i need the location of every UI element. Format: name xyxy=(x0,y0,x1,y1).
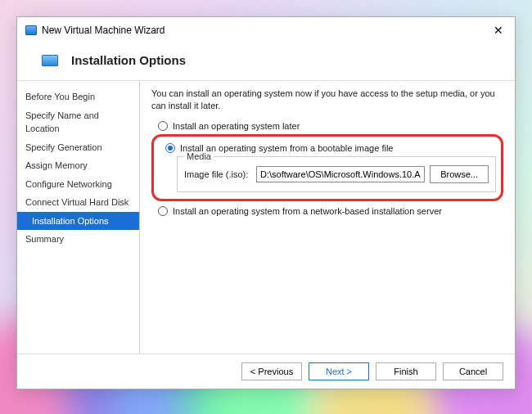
radio-install-network[interactable]: Install an operating system from a netwo… xyxy=(158,206,503,216)
browse-button[interactable]: Browse... xyxy=(430,165,489,183)
sidebar-item-assign-memory[interactable]: Assign Memory xyxy=(17,156,139,175)
sidebar-item-specify-generation[interactable]: Specify Generation xyxy=(17,138,139,157)
radio-dot-icon xyxy=(168,146,173,151)
sidebar-item-before-you-begin[interactable]: Before You Begin xyxy=(17,88,139,106)
iso-path-input[interactable] xyxy=(256,166,425,182)
cancel-button[interactable]: Cancel xyxy=(443,362,503,380)
sidebar-item-specify-name-location[interactable]: Specify Name and Location xyxy=(17,106,139,138)
previous-button[interactable]: < Previous xyxy=(241,362,302,380)
titlebar-left: New Virtual Machine Wizard xyxy=(25,25,165,36)
page-title: Installation Options xyxy=(71,53,186,67)
sidebar-item-summary[interactable]: Summary xyxy=(17,230,139,249)
sidebar-item-installation-options[interactable]: Installation Options xyxy=(17,212,139,231)
footer: < Previous Next > Finish Cancel xyxy=(17,353,515,389)
radio-icon xyxy=(158,206,168,216)
media-row: Image file (.iso): Browse... xyxy=(184,165,489,183)
header-icon xyxy=(42,55,58,66)
radio-label: Install an operating system later xyxy=(173,121,300,131)
iso-label: Image file (.iso): xyxy=(184,169,251,179)
radio-install-later[interactable]: Install an operating system later xyxy=(158,121,503,131)
content: You can install an operating system now … xyxy=(140,81,515,353)
next-button[interactable]: Next > xyxy=(309,362,369,380)
app-icon xyxy=(25,25,37,35)
radio-icon xyxy=(165,143,175,153)
radio-icon xyxy=(158,121,168,131)
titlebar: New Virtual Machine Wizard ✕ xyxy=(17,17,515,42)
close-icon[interactable]: ✕ xyxy=(490,24,507,37)
description-text: You can install an operating system now … xyxy=(151,88,503,113)
body: Before You Begin Specify Name and Locati… xyxy=(17,80,515,353)
radio-label: Install an operating system from a netwo… xyxy=(173,206,442,216)
highlight-annotation: Install an operating system from a boota… xyxy=(151,134,503,201)
sidebar: Before You Begin Specify Name and Locati… xyxy=(17,81,140,353)
finish-button[interactable]: Finish xyxy=(376,362,436,380)
window-title: New Virtual Machine Wizard xyxy=(42,25,165,36)
sidebar-item-configure-networking[interactable]: Configure Networking xyxy=(17,175,139,194)
wizard-window: New Virtual Machine Wizard ✕ Installatio… xyxy=(16,16,516,389)
sidebar-item-connect-virtual-hard-disk[interactable]: Connect Virtual Hard Disk xyxy=(17,193,139,212)
header: Installation Options xyxy=(17,42,515,80)
media-fieldset: Media Image file (.iso): Browse... xyxy=(177,156,496,192)
media-legend: Media xyxy=(184,151,214,161)
radio-install-bootable[interactable]: Install an operating system from a boota… xyxy=(165,143,496,153)
